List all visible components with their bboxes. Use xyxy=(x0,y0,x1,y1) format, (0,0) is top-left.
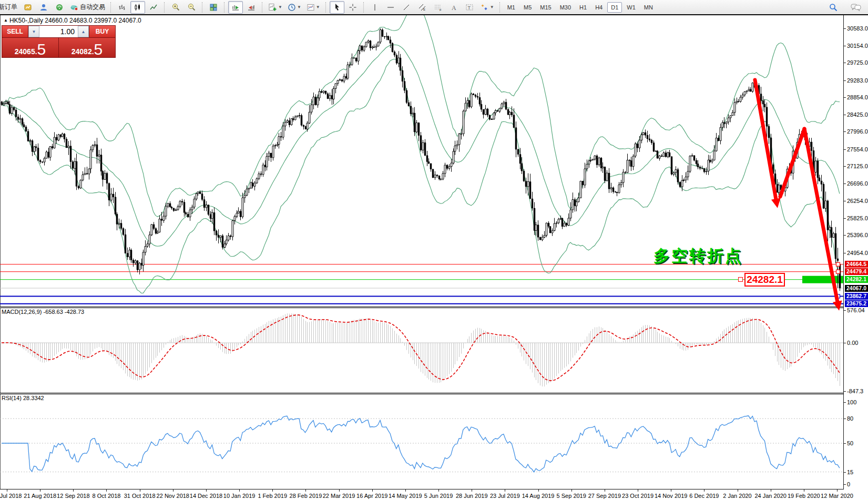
price-axis-tick: 27554.0 xyxy=(847,146,868,152)
arrows-icon[interactable]: ▼ xyxy=(478,1,496,14)
templates-icon[interactable]: ▼ xyxy=(304,1,322,14)
macd-pane-canvas[interactable] xyxy=(0,308,843,393)
turning-point-annotation[interactable]: 多空转折点 xyxy=(653,245,743,267)
chat-icon[interactable] xyxy=(849,1,863,14)
tile-windows-icon[interactable] xyxy=(206,1,221,14)
price-axis-tickmark xyxy=(844,131,846,132)
toolbar-separator xyxy=(262,2,263,13)
date-label: 23 Jul 2019 xyxy=(490,493,520,499)
date-label: 14 Nov 2019 xyxy=(655,493,687,499)
chevron-down-icon: ▼ xyxy=(316,5,320,9)
date-axis-tickmark xyxy=(671,489,671,492)
horizontal-line-icon[interactable] xyxy=(383,1,398,14)
date-axis[interactable]: 30 Jul 201821 Aug 201812 Sep 20188 Oct 2… xyxy=(0,489,868,500)
periods-icon[interactable]: ▼ xyxy=(285,1,303,14)
equidistant-channel-icon[interactable]: E xyxy=(415,1,430,14)
line-chart-icon[interactable] xyxy=(146,1,161,14)
price-axis-tickmark xyxy=(844,201,846,201)
sell-price-dec: 5 xyxy=(37,43,46,56)
zoom-out-icon[interactable] xyxy=(184,1,199,14)
svg-text:F: F xyxy=(440,8,442,12)
date-label: 14 Aug 2019 xyxy=(522,493,555,499)
cursor-icon[interactable] xyxy=(330,1,344,14)
price-axis-tick: 30583.0 xyxy=(847,25,868,32)
date-axis-tickmark xyxy=(173,489,173,492)
macd-scale-tickmark xyxy=(844,343,846,343)
rsi-scale-tickmark xyxy=(844,419,846,419)
mt4-terminal-window: 新订单 自动交易 xyxy=(0,0,868,500)
rsi-scale-tick: 15 xyxy=(847,469,853,475)
price-axis-tickmark xyxy=(844,115,846,115)
date-label: 30 Jul 2018 xyxy=(0,493,22,499)
volume-input[interactable]: 1.00 xyxy=(39,26,78,37)
fibonacci-icon[interactable]: F xyxy=(431,1,445,14)
date-axis-tickmark xyxy=(73,489,74,492)
price-axis-tick: 28425.0 xyxy=(847,111,868,118)
price-axis-tickmark xyxy=(844,218,846,219)
tab-timeframe-m15[interactable]: M15 xyxy=(536,2,555,13)
bar-chart-icon[interactable] xyxy=(115,1,129,14)
volume-down-button[interactable]: ▼ xyxy=(28,26,39,37)
indicators-icon[interactable]: ▼ xyxy=(266,1,284,14)
price-axis-tickmark xyxy=(844,97,846,98)
chart-gold-icon[interactable] xyxy=(21,1,35,14)
trendline-icon[interactable] xyxy=(399,1,414,14)
community-icon[interactable] xyxy=(36,1,51,14)
price-callout-label[interactable]: 24282.1 xyxy=(744,273,785,287)
search-icon[interactable] xyxy=(826,1,841,14)
tab-timeframe-w1[interactable]: W1 xyxy=(623,2,639,13)
series-marker-icon: ▲ xyxy=(4,18,8,23)
date-axis-tickmark xyxy=(704,489,704,492)
candlestick-chart-icon[interactable] xyxy=(130,1,145,14)
rsi-pane-canvas[interactable] xyxy=(0,394,843,489)
date-axis-tickmark xyxy=(339,489,340,492)
callout-anchor-handle[interactable] xyxy=(738,277,743,282)
macd-scale-tick: 576.04 xyxy=(847,307,865,313)
sell-price-button[interactable]: 24065.5 xyxy=(2,38,58,57)
price-axis-tick: 30154.0 xyxy=(847,43,868,49)
date-label: 8 Oct 2018 xyxy=(93,493,121,499)
date-label: 12 Sep 2018 xyxy=(57,493,89,499)
chart-title-text: HK50-,Daily 24660.0 24683.0 23997.0 2406… xyxy=(9,17,141,24)
chart-shift-icon[interactable] xyxy=(244,1,259,14)
date-label: 22 Nov 2018 xyxy=(157,493,189,499)
date-label: 14 May 2019 xyxy=(389,493,422,499)
new-order-button[interactable]: 新订单 xyxy=(0,1,19,14)
date-label: 31 Oct 2018 xyxy=(124,493,156,499)
zoom-in-icon[interactable] xyxy=(168,1,183,14)
sell-button[interactable]: SELL xyxy=(2,26,28,37)
date-label: 16 Apr 2019 xyxy=(356,493,387,499)
tab-timeframe-m1[interactable]: M1 xyxy=(504,2,519,13)
tab-timeframe-h4[interactable]: H4 xyxy=(591,2,606,13)
date-axis-tickmark xyxy=(771,489,771,492)
auto-scroll-icon[interactable] xyxy=(228,1,243,14)
signals-icon[interactable] xyxy=(52,1,67,14)
chevron-down-icon: ▼ xyxy=(278,5,282,9)
tab-timeframe-mn[interactable]: MN xyxy=(640,2,657,13)
crosshair-icon[interactable] xyxy=(345,1,360,14)
vertical-line-icon[interactable] xyxy=(367,1,382,14)
tab-timeframe-m30[interactable]: M30 xyxy=(556,2,575,13)
buy-price-button[interactable]: 24082.5 xyxy=(59,38,115,57)
date-axis-tickmark xyxy=(140,489,140,492)
date-label: 2 Jan 2020 xyxy=(723,493,751,499)
tab-timeframe-h1[interactable]: H1 xyxy=(576,2,590,13)
buy-button[interactable]: BUY xyxy=(89,26,115,37)
date-axis-tickmark xyxy=(106,489,107,492)
volume-up-button[interactable]: ▲ xyxy=(78,26,89,37)
rsi-scale-tickmark xyxy=(844,443,846,444)
macd-main-value: -658.63 xyxy=(43,309,63,315)
autotrade-button[interactable]: 自动交易 xyxy=(68,1,107,14)
date-label: 10 Jan 2019 xyxy=(223,493,256,499)
tab-timeframe-d1[interactable]: D1 xyxy=(607,2,622,13)
text-icon[interactable]: A xyxy=(446,1,461,14)
price-axis[interactable]: 30583.030154.029725.029283.028854.028425… xyxy=(843,15,868,489)
date-label: 24 Jan 2020 xyxy=(754,493,787,499)
date-label: 22 Mar 2019 xyxy=(323,493,355,499)
date-label: 6 Dec 2019 xyxy=(689,493,719,499)
tab-timeframe-m5[interactable]: M5 xyxy=(520,2,535,13)
date-axis-tickmark xyxy=(638,489,638,492)
price-level-label: 24479.4 xyxy=(845,268,868,275)
macd-scale-tick: -847.3 xyxy=(847,388,863,394)
text-label-icon[interactable]: T xyxy=(462,1,477,14)
